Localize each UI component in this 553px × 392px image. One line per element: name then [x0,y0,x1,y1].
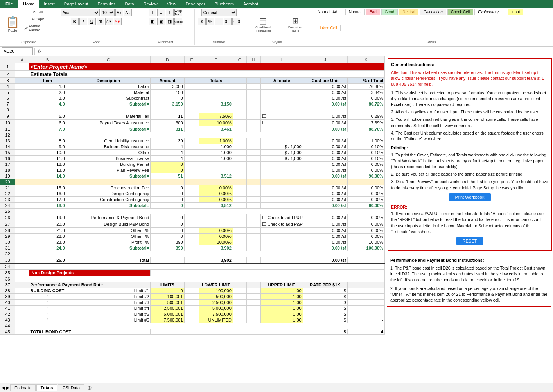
row-header-33[interactable]: 33 [0,257,15,263]
cell-cpu-4[interactable]: 0.00 /sf [303,101,347,107]
merge-center-button[interactable]: Merge [174,18,182,25]
cell-H11[interactable] [247,126,261,132]
bond-upper-2[interactable]: 500,000 [199,294,233,300]
sheet-tab-nav-right[interactable]: ▶ [6,385,9,390]
cell-H19[interactable] [247,173,261,179]
col-cpu[interactable]: Cost per Unit [303,78,347,84]
cell-I14[interactable]: $ / 1,000 [260,144,303,150]
font-color-button[interactable]: A▼ [114,18,122,25]
style-calculation[interactable]: Calculation [420,9,446,15]
cell-desc-7[interactable]: Subtotal= [66,126,151,132]
cell-A13[interactable] [15,138,29,144]
cell-E15[interactable] [184,150,199,156]
cell-H42[interactable] [247,311,261,317]
cell-item-19[interactable]: 19.0 [29,214,66,221]
cell-rate-17[interactable]: 0.00% [199,197,233,203]
cell-A11[interactable] [15,126,29,132]
cell-amount-24[interactable]: 390 [151,245,184,251]
bond-upper-6[interactable]: UNLIMITED [199,317,233,323]
cell-H31[interactable] [247,245,261,251]
cell-G30[interactable] [233,239,247,245]
cell-A22[interactable] [15,191,29,197]
new-sheet-button[interactable]: ⊕ [85,384,94,392]
cell-rest-35[interactable] [151,270,385,276]
cell-rate-9[interactable]: 1.000 [199,144,233,150]
cell-A38[interactable] [15,288,29,294]
cell-desc-8[interactable]: Gen. Liability Insurance [66,138,151,144]
cell-item-21[interactable]: 21.0 [29,228,66,234]
cell-B20[interactable] [29,179,66,185]
bond-lower-4[interactable]: 2,500,001 [151,306,184,311]
cell-desc-23[interactable]: Profit - % [66,239,151,245]
total-bond-dollar[interactable]: $ [303,329,347,335]
cell-E37[interactable] [184,282,199,288]
cell-E11[interactable] [184,126,199,132]
cell-desc-14[interactable]: Subtotal= [66,173,151,179]
cell-A10[interactable] [15,120,29,126]
cell-G6[interactable] [233,95,247,101]
cell-C20[interactable] [66,179,151,185]
cell-amount-13[interactable]: 0 [151,167,184,173]
col-description[interactable]: Description [66,78,151,84]
cell-total-14[interactable]: 3,512 [199,173,233,179]
bond-limit-6[interactable]: Limit #6 [66,317,151,323]
cell-H20[interactable] [247,179,261,185]
row-header-12[interactable]: 12 [0,132,15,138]
cell-F6[interactable] [199,95,233,101]
cell-desc-17[interactable]: Construction Contingency [66,197,151,203]
cell-item-2[interactable]: 2.0 [29,90,66,95]
bond-val-4[interactable]: - [347,306,384,311]
cell-desc-5[interactable]: Material Tax [66,113,151,120]
cell-H28[interactable] [247,228,261,234]
cell-A20[interactable] [15,179,29,185]
underline-button[interactable]: U [88,18,96,25]
cell-A23[interactable] [15,197,29,203]
cell-H13[interactable] [247,138,261,144]
row-header-22[interactable]: 22 [0,191,15,197]
col-rate-per-1k[interactable]: RATE PER $1K [303,282,347,288]
cell-G7[interactable] [233,101,247,107]
col-header-K[interactable]: K [347,56,384,63]
cell-cpu-21[interactable]: 0.00 /sf [303,228,347,234]
cell-cpu-2[interactable]: 0.00 /sf [303,90,347,95]
cell-H24[interactable] [247,203,261,209]
cell-I23[interactable] [260,197,303,203]
bond-dollar-6[interactable]: $ [303,317,347,323]
cell-blank-34[interactable] [15,263,385,270]
cell-blank-32[interactable] [15,251,385,257]
bond-range-4[interactable]: " [29,306,66,311]
cell-item-16[interactable]: 16.0 [29,191,66,197]
cell-blank-44[interactable] [15,323,385,329]
cell-cpu-12[interactable]: 0.00 /sf [303,162,347,167]
font-size-select[interactable]: 10 [101,9,115,16]
cell-H23[interactable] [247,197,261,203]
cell-amount-9[interactable]: 4 [151,144,184,150]
col-header-B[interactable]: B [29,56,66,63]
bond-lower-5[interactable]: 5,000,001 [151,311,184,317]
cell-E5[interactable] [184,90,199,95]
bond-upper-5[interactable]: 7,500,000 [199,311,233,317]
cell-title[interactable]: <Enter Project Name> [29,63,384,71]
increase-font-button[interactable]: A↑ [115,9,123,16]
cell-G16[interactable] [233,156,247,162]
currency-button[interactable]: $ [198,18,206,25]
cell-item-1[interactable]: 1.0 [29,84,66,90]
cell-A15[interactable] [15,150,29,156]
bond-rate-1[interactable]: 1.00 [260,288,303,294]
cell-A31[interactable] [15,245,29,251]
style-normal-ad[interactable]: Normal_Ad... [314,9,344,15]
align-top-button[interactable]: ⊤ [149,9,156,16]
row-header-38[interactable]: 38 [0,288,15,294]
cell-A3[interactable] [15,78,29,84]
cell-A30[interactable] [15,239,29,245]
cell-A14[interactable] [15,144,29,150]
cell-pct-7[interactable]: 88.70% [347,126,384,132]
cell-pct-2[interactable]: 3.84% [347,90,384,95]
cell-G18[interactable] [233,167,247,173]
cell-pct-3[interactable]: 0.00% [347,95,384,101]
cell-desc-16[interactable]: Design Contingency [66,191,151,197]
cell-total-4[interactable]: 3,150 [199,101,233,107]
cell-H4[interactable] [247,84,261,90]
cell-rate-21[interactable]: 0.00% [199,228,233,234]
cut-button[interactable]: ✂ Cut [22,9,54,15]
